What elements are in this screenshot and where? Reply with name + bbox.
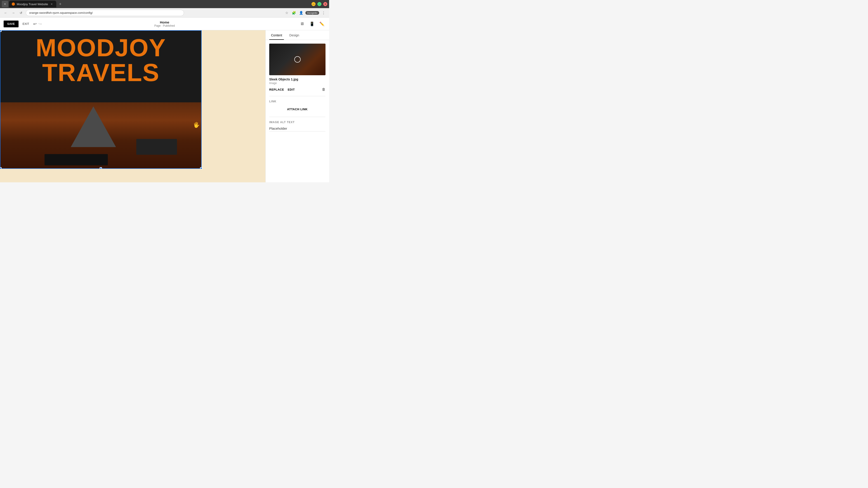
wavy-mat xyxy=(44,154,108,165)
exit-button[interactable]: EXIT xyxy=(20,21,31,27)
chevron-down-icon: ▾ xyxy=(4,2,6,6)
bookmark-button[interactable]: ☆ xyxy=(284,10,289,16)
pyramid-shape xyxy=(71,106,116,147)
scene-objects xyxy=(0,93,201,168)
incognito-badge[interactable]: Incognito xyxy=(305,11,319,15)
address-input[interactable]: orange-swordfish-rpzm.squarespace.com/co… xyxy=(26,10,184,16)
save-button[interactable]: SAVE xyxy=(4,21,19,27)
hero-text-overlay: MOODJOY TRAVELS xyxy=(0,35,201,85)
attach-link-button[interactable]: ATTACH LINK xyxy=(269,105,326,113)
image-background: MOODJOY TRAVELS xyxy=(0,31,201,168)
panel-content: Sleek Objects 1.jpg Image REPLACE EDIT 🗑… xyxy=(266,40,329,182)
hero-title-line2: TRAVELS xyxy=(0,60,201,85)
reload-button[interactable]: ↺ xyxy=(18,10,24,16)
main-layout: MOODJOY TRAVELS xyxy=(0,30,329,182)
address-bar-row: ← → ↺ orange-swordfish-rpzm.squarespace.… xyxy=(0,8,329,18)
alt-text-input[interactable] xyxy=(269,126,326,131)
cms-toolbar-center: Home Page · Published xyxy=(154,20,175,27)
tab-close-button[interactable]: ✕ xyxy=(50,2,54,6)
thumbnail-play-icon xyxy=(294,56,301,63)
tab-label: Moodjoy Travel Website xyxy=(17,2,48,6)
new-tab-button[interactable]: + xyxy=(57,1,64,7)
tab-bar: ▾ Moodjoy Travel Website ✕ + — □ ✕ xyxy=(0,0,329,8)
active-tab[interactable]: Moodjoy Travel Website ✕ xyxy=(9,1,56,7)
cms-toolbar-right: 🖥 📱 ✏️ xyxy=(298,20,326,28)
hero-title-line1: MOODJOY xyxy=(0,35,201,60)
image-actions: REPLACE EDIT 🗑 xyxy=(269,88,326,92)
divider-1 xyxy=(269,96,326,96)
tab-favicon xyxy=(12,2,15,6)
tab-content[interactable]: Content xyxy=(269,30,284,40)
handle-top-left xyxy=(0,30,2,32)
page-status: Page · Published xyxy=(154,24,175,27)
back-button[interactable]: ← xyxy=(3,10,8,16)
replace-button[interactable]: REPLACE xyxy=(269,88,284,91)
selected-image-block[interactable]: MOODJOY TRAVELS xyxy=(0,30,202,169)
delete-button[interactable]: 🗑 xyxy=(322,88,326,92)
image-name: Sleek Objects 1.jpg xyxy=(269,77,326,81)
image-thumbnail[interactable] xyxy=(269,43,326,75)
canvas-area[interactable]: MOODJOY TRAVELS xyxy=(0,30,266,182)
cms-toolbar: SAVE EXIT ↩ ↪ Home Page · Published 🖥 📱 … xyxy=(0,18,329,30)
alt-text-label: IMAGE ALT TEXT xyxy=(269,121,326,124)
forward-button[interactable]: → xyxy=(10,10,16,16)
edit-button[interactable]: EDIT xyxy=(288,88,295,91)
image-type: Image xyxy=(269,82,326,85)
image-block-inner: MOODJOY TRAVELS xyxy=(0,31,201,168)
below-canvas-area xyxy=(0,169,202,182)
desktop-view-button[interactable]: 🖥 xyxy=(298,20,306,28)
window-minimize[interactable]: — xyxy=(311,2,315,6)
browser-actions: ☆ 🧩 👤 Incognito ⋮ xyxy=(284,10,327,16)
window-close[interactable]: ✕ xyxy=(323,2,327,6)
undo-button[interactable]: ↩ xyxy=(33,22,37,26)
window-maximize[interactable]: □ xyxy=(317,2,321,6)
panel-tabs: Content Design xyxy=(266,30,329,40)
tab-design[interactable]: Design xyxy=(287,30,301,40)
link-section-label: LINK xyxy=(269,100,326,103)
right-panel: Content Design Sleek Objects 1.jpg Image… xyxy=(266,30,329,182)
tab-group-button[interactable]: ▾ xyxy=(2,1,8,7)
menu-button[interactable]: ⋮ xyxy=(320,10,327,16)
mobile-view-button[interactable]: 📱 xyxy=(308,20,315,28)
profile-button[interactable]: 👤 xyxy=(298,10,304,16)
cms-toolbar-left: SAVE EXIT ↩ ↪ xyxy=(4,21,42,27)
thumbnail-inner xyxy=(269,43,326,75)
url-text: orange-swordfish-rpzm.squarespace.com/co… xyxy=(29,11,93,14)
extensions-button[interactable]: 🧩 xyxy=(291,10,297,16)
design-button[interactable]: ✏️ xyxy=(318,20,326,28)
page-title: Home xyxy=(154,20,175,24)
redo-button[interactable]: ↪ xyxy=(38,22,42,26)
black-box xyxy=(136,139,177,155)
